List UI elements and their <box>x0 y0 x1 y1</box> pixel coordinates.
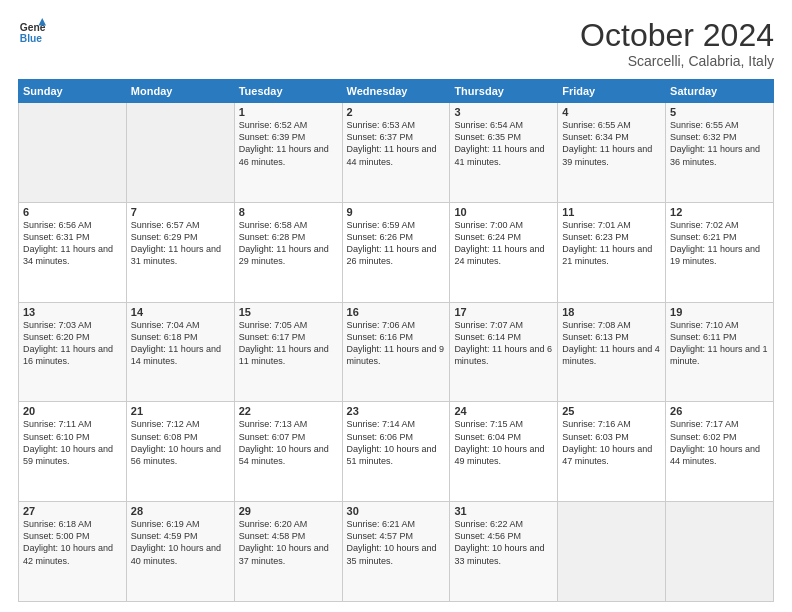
cell-info: Sunrise: 6:54 AMSunset: 6:35 PMDaylight:… <box>454 119 553 168</box>
cell-info: Sunrise: 6:19 AMSunset: 4:59 PMDaylight:… <box>131 518 230 567</box>
calendar-cell: 18Sunrise: 7:08 AMSunset: 6:13 PMDayligh… <box>558 302 666 402</box>
cell-info: Sunrise: 6:59 AMSunset: 6:26 PMDaylight:… <box>347 219 446 268</box>
calendar-cell: 14Sunrise: 7:04 AMSunset: 6:18 PMDayligh… <box>126 302 234 402</box>
cell-info: Sunrise: 7:02 AMSunset: 6:21 PMDaylight:… <box>670 219 769 268</box>
calendar-cell <box>126 103 234 203</box>
calendar-cell: 21Sunrise: 7:12 AMSunset: 6:08 PMDayligh… <box>126 402 234 502</box>
cell-info: Sunrise: 7:13 AMSunset: 6:07 PMDaylight:… <box>239 418 338 467</box>
calendar-cell: 11Sunrise: 7:01 AMSunset: 6:23 PMDayligh… <box>558 202 666 302</box>
day-number: 22 <box>239 405 338 417</box>
cell-info: Sunrise: 7:08 AMSunset: 6:13 PMDaylight:… <box>562 319 661 368</box>
cell-info: Sunrise: 6:53 AMSunset: 6:37 PMDaylight:… <box>347 119 446 168</box>
calendar-cell: 7Sunrise: 6:57 AMSunset: 6:29 PMDaylight… <box>126 202 234 302</box>
week-row-1: 1Sunrise: 6:52 AMSunset: 6:39 PMDaylight… <box>19 103 774 203</box>
day-number: 20 <box>23 405 122 417</box>
calendar-cell: 28Sunrise: 6:19 AMSunset: 4:59 PMDayligh… <box>126 502 234 602</box>
col-sunday: Sunday <box>19 80 127 103</box>
header: General Blue October 2024 Scarcelli, Cal… <box>18 18 774 69</box>
calendar-cell: 23Sunrise: 7:14 AMSunset: 6:06 PMDayligh… <box>342 402 450 502</box>
day-number: 29 <box>239 505 338 517</box>
day-number: 31 <box>454 505 553 517</box>
cell-info: Sunrise: 7:14 AMSunset: 6:06 PMDaylight:… <box>347 418 446 467</box>
day-number: 8 <box>239 206 338 218</box>
calendar-cell: 15Sunrise: 7:05 AMSunset: 6:17 PMDayligh… <box>234 302 342 402</box>
day-number: 3 <box>454 106 553 118</box>
day-number: 27 <box>23 505 122 517</box>
calendar-cell: 25Sunrise: 7:16 AMSunset: 6:03 PMDayligh… <box>558 402 666 502</box>
cell-info: Sunrise: 6:20 AMSunset: 4:58 PMDaylight:… <box>239 518 338 567</box>
cell-info: Sunrise: 6:58 AMSunset: 6:28 PMDaylight:… <box>239 219 338 268</box>
cell-info: Sunrise: 7:03 AMSunset: 6:20 PMDaylight:… <box>23 319 122 368</box>
cell-info: Sunrise: 6:18 AMSunset: 5:00 PMDaylight:… <box>23 518 122 567</box>
calendar-cell: 6Sunrise: 6:56 AMSunset: 6:31 PMDaylight… <box>19 202 127 302</box>
calendar: Sunday Monday Tuesday Wednesday Thursday… <box>18 79 774 602</box>
col-wednesday: Wednesday <box>342 80 450 103</box>
cell-info: Sunrise: 6:22 AMSunset: 4:56 PMDaylight:… <box>454 518 553 567</box>
week-row-4: 20Sunrise: 7:11 AMSunset: 6:10 PMDayligh… <box>19 402 774 502</box>
location: Scarcelli, Calabria, Italy <box>580 53 774 69</box>
svg-text:Blue: Blue <box>20 33 43 44</box>
day-number: 9 <box>347 206 446 218</box>
day-number: 11 <box>562 206 661 218</box>
cell-info: Sunrise: 7:16 AMSunset: 6:03 PMDaylight:… <box>562 418 661 467</box>
week-row-3: 13Sunrise: 7:03 AMSunset: 6:20 PMDayligh… <box>19 302 774 402</box>
col-thursday: Thursday <box>450 80 558 103</box>
cell-info: Sunrise: 6:55 AMSunset: 6:32 PMDaylight:… <box>670 119 769 168</box>
week-row-2: 6Sunrise: 6:56 AMSunset: 6:31 PMDaylight… <box>19 202 774 302</box>
calendar-cell: 4Sunrise: 6:55 AMSunset: 6:34 PMDaylight… <box>558 103 666 203</box>
calendar-cell: 5Sunrise: 6:55 AMSunset: 6:32 PMDaylight… <box>666 103 774 203</box>
col-monday: Monday <box>126 80 234 103</box>
day-number: 10 <box>454 206 553 218</box>
day-number: 2 <box>347 106 446 118</box>
cell-info: Sunrise: 7:04 AMSunset: 6:18 PMDaylight:… <box>131 319 230 368</box>
calendar-cell <box>558 502 666 602</box>
calendar-cell: 27Sunrise: 6:18 AMSunset: 5:00 PMDayligh… <box>19 502 127 602</box>
calendar-header-row: Sunday Monday Tuesday Wednesday Thursday… <box>19 80 774 103</box>
logo: General Blue <box>18 18 48 46</box>
day-number: 28 <box>131 505 230 517</box>
page: General Blue October 2024 Scarcelli, Cal… <box>0 0 792 612</box>
day-number: 15 <box>239 306 338 318</box>
calendar-cell <box>19 103 127 203</box>
cell-info: Sunrise: 6:21 AMSunset: 4:57 PMDaylight:… <box>347 518 446 567</box>
cell-info: Sunrise: 6:52 AMSunset: 6:39 PMDaylight:… <box>239 119 338 168</box>
calendar-cell: 2Sunrise: 6:53 AMSunset: 6:37 PMDaylight… <box>342 103 450 203</box>
day-number: 25 <box>562 405 661 417</box>
calendar-cell: 10Sunrise: 7:00 AMSunset: 6:24 PMDayligh… <box>450 202 558 302</box>
calendar-cell: 24Sunrise: 7:15 AMSunset: 6:04 PMDayligh… <box>450 402 558 502</box>
cell-info: Sunrise: 7:17 AMSunset: 6:02 PMDaylight:… <box>670 418 769 467</box>
calendar-cell: 26Sunrise: 7:17 AMSunset: 6:02 PMDayligh… <box>666 402 774 502</box>
day-number: 21 <box>131 405 230 417</box>
logo-icon: General Blue <box>18 18 46 46</box>
day-number: 14 <box>131 306 230 318</box>
calendar-cell: 29Sunrise: 6:20 AMSunset: 4:58 PMDayligh… <box>234 502 342 602</box>
calendar-cell: 12Sunrise: 7:02 AMSunset: 6:21 PMDayligh… <box>666 202 774 302</box>
day-number: 30 <box>347 505 446 517</box>
calendar-cell: 30Sunrise: 6:21 AMSunset: 4:57 PMDayligh… <box>342 502 450 602</box>
calendar-cell: 9Sunrise: 6:59 AMSunset: 6:26 PMDaylight… <box>342 202 450 302</box>
calendar-cell: 31Sunrise: 6:22 AMSunset: 4:56 PMDayligh… <box>450 502 558 602</box>
cell-info: Sunrise: 6:55 AMSunset: 6:34 PMDaylight:… <box>562 119 661 168</box>
day-number: 19 <box>670 306 769 318</box>
day-number: 5 <box>670 106 769 118</box>
calendar-cell: 19Sunrise: 7:10 AMSunset: 6:11 PMDayligh… <box>666 302 774 402</box>
day-number: 1 <box>239 106 338 118</box>
cell-info: Sunrise: 7:11 AMSunset: 6:10 PMDaylight:… <box>23 418 122 467</box>
cell-info: Sunrise: 7:01 AMSunset: 6:23 PMDaylight:… <box>562 219 661 268</box>
title-block: October 2024 Scarcelli, Calabria, Italy <box>580 18 774 69</box>
col-tuesday: Tuesday <box>234 80 342 103</box>
calendar-cell <box>666 502 774 602</box>
day-number: 17 <box>454 306 553 318</box>
day-number: 16 <box>347 306 446 318</box>
calendar-cell: 22Sunrise: 7:13 AMSunset: 6:07 PMDayligh… <box>234 402 342 502</box>
month-title: October 2024 <box>580 18 774 53</box>
calendar-cell: 16Sunrise: 7:06 AMSunset: 6:16 PMDayligh… <box>342 302 450 402</box>
day-number: 13 <box>23 306 122 318</box>
day-number: 18 <box>562 306 661 318</box>
cell-info: Sunrise: 7:00 AMSunset: 6:24 PMDaylight:… <box>454 219 553 268</box>
day-number: 23 <box>347 405 446 417</box>
calendar-cell: 8Sunrise: 6:58 AMSunset: 6:28 PMDaylight… <box>234 202 342 302</box>
cell-info: Sunrise: 7:15 AMSunset: 6:04 PMDaylight:… <box>454 418 553 467</box>
cell-info: Sunrise: 6:56 AMSunset: 6:31 PMDaylight:… <box>23 219 122 268</box>
cell-info: Sunrise: 7:12 AMSunset: 6:08 PMDaylight:… <box>131 418 230 467</box>
